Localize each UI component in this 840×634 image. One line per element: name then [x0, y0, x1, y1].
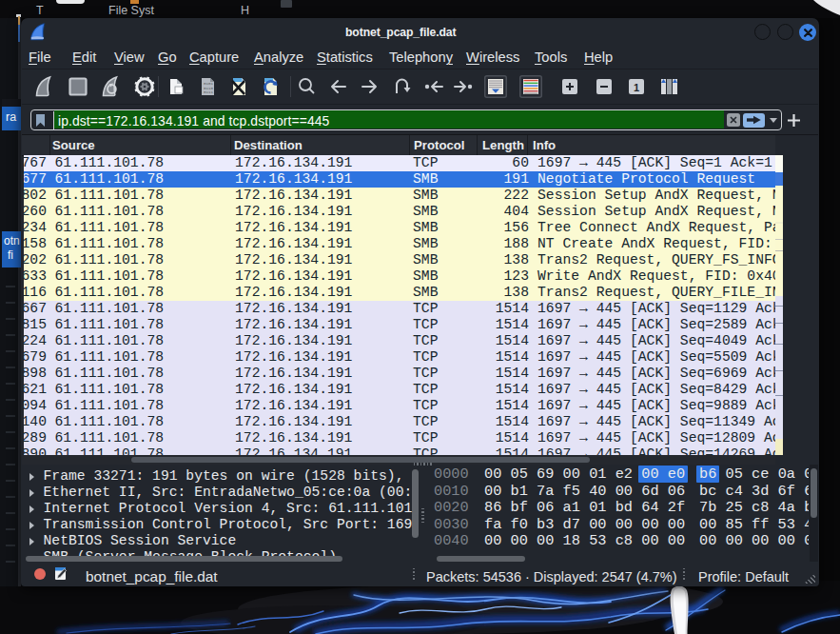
svg-text:0111: 0111: [204, 90, 214, 94]
svg-text:0110: 0110: [204, 87, 214, 90]
svg-text:1: 1: [634, 82, 639, 93]
svg-text:0101: 0101: [204, 82, 214, 86]
